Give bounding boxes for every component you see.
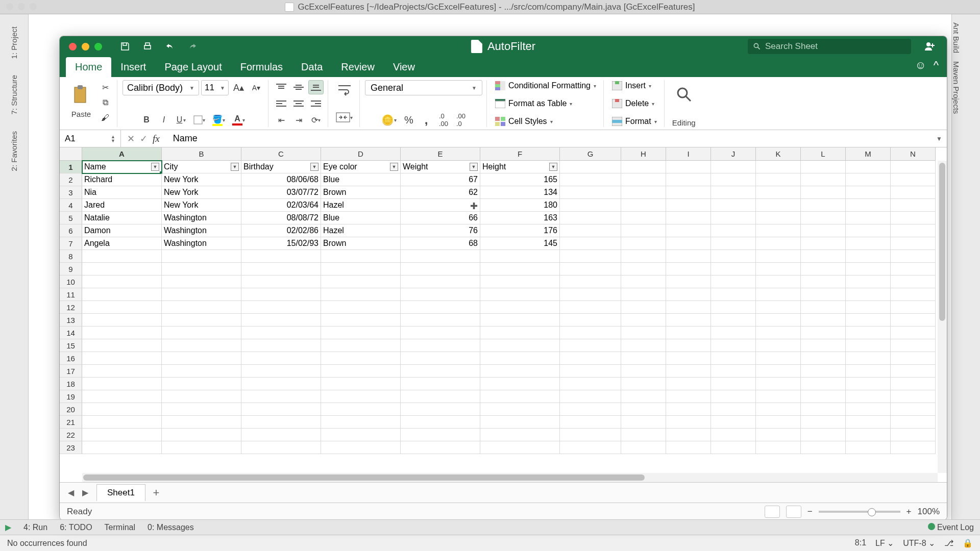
zoom-out-icon[interactable]: −: [807, 507, 813, 517]
ide-tab-maven[interactable]: Maven Projects: [952, 61, 961, 114]
cell-styles-button[interactable]: Cell Styles▾: [492, 116, 556, 127]
tab-data[interactable]: Data: [292, 57, 332, 77]
cell-F21[interactable]: [480, 416, 560, 429]
cell-E17[interactable]: [401, 365, 480, 378]
row-header-14[interactable]: 14: [60, 327, 82, 339]
cell-A20[interactable]: [82, 403, 162, 416]
italic-button[interactable]: I: [156, 113, 172, 127]
cell-E9[interactable]: [401, 263, 480, 276]
cell-M9[interactable]: [846, 263, 891, 276]
cell-H22[interactable]: [621, 429, 666, 441]
cell-K5[interactable]: [756, 212, 801, 224]
cell-L7[interactable]: [801, 237, 846, 250]
cell-H5[interactable]: [621, 212, 666, 224]
zoom-slider[interactable]: [819, 511, 900, 513]
row-header-21[interactable]: 21: [60, 416, 82, 429]
cell-L22[interactable]: [801, 429, 846, 441]
cell-D18[interactable]: [321, 378, 401, 390]
cell-H17[interactable]: [621, 365, 666, 378]
cell-F6[interactable]: 176: [480, 224, 560, 237]
cell-M18[interactable]: [846, 378, 891, 390]
cell-B22[interactable]: [162, 429, 241, 441]
cell-N23[interactable]: [891, 441, 936, 454]
cell-A13[interactable]: [82, 314, 162, 327]
cell-K16[interactable]: [756, 352, 801, 365]
cell-J13[interactable]: [711, 314, 756, 327]
col-header-I[interactable]: I: [666, 147, 711, 161]
cell-I15[interactable]: [666, 339, 711, 352]
format-painter-icon[interactable]: 🖌: [97, 111, 113, 125]
cell-F11[interactable]: [480, 288, 560, 301]
increase-decimal-icon[interactable]: .0.00: [436, 113, 451, 127]
line-ending[interactable]: LF ⌄: [875, 538, 894, 548]
redo-icon[interactable]: [185, 39, 200, 54]
cell-B9[interactable]: [162, 263, 241, 276]
cell-M7[interactable]: [846, 237, 891, 250]
cell-E23[interactable]: [401, 441, 480, 454]
row-header-1[interactable]: 1: [60, 161, 82, 173]
cell-G14[interactable]: [560, 327, 621, 339]
cell-I19[interactable]: [666, 390, 711, 403]
format-cells-button[interactable]: Format▾: [609, 116, 660, 127]
lock-icon[interactable]: 🔒: [963, 538, 973, 548]
sheet-prev-icon[interactable]: ◀: [64, 486, 78, 500]
format-as-table-button[interactable]: Format as Table▾: [492, 98, 575, 109]
insert-cells-button[interactable]: Insert▾: [609, 80, 654, 91]
row-header-6[interactable]: 6: [60, 224, 82, 237]
cell-M2[interactable]: [846, 173, 891, 186]
row-header-7[interactable]: 7: [60, 237, 82, 250]
cell-C15[interactable]: [241, 339, 321, 352]
cell-K23[interactable]: [756, 441, 801, 454]
cell-J20[interactable]: [711, 403, 756, 416]
print-icon[interactable]: [140, 39, 155, 54]
cell-H23[interactable]: [621, 441, 666, 454]
fx-icon[interactable]: fx: [153, 133, 160, 144]
cell-E11[interactable]: [401, 288, 480, 301]
cell-N6[interactable]: [891, 224, 936, 237]
normal-view-icon[interactable]: [765, 506, 780, 518]
cell-G2[interactable]: [560, 173, 621, 186]
cell-D15[interactable]: [321, 339, 401, 352]
cell-D16[interactable]: [321, 352, 401, 365]
cell-F22[interactable]: [480, 429, 560, 441]
cell-G19[interactable]: [560, 390, 621, 403]
cell-L15[interactable]: [801, 339, 846, 352]
cell-K2[interactable]: [756, 173, 801, 186]
cell-M10[interactable]: [846, 276, 891, 288]
cell-C5[interactable]: 08/08/72: [241, 212, 321, 224]
cell-J11[interactable]: [711, 288, 756, 301]
align-right-icon[interactable]: [308, 96, 324, 111]
cell-N10[interactable]: [891, 276, 936, 288]
col-header-B[interactable]: B: [162, 147, 241, 161]
filter-button-city[interactable]: ▼: [231, 163, 239, 171]
cell-K10[interactable]: [756, 276, 801, 288]
cell-A10[interactable]: [82, 276, 162, 288]
cell-C23[interactable]: [241, 441, 321, 454]
align-center-icon[interactable]: [291, 96, 306, 111]
cell-L3[interactable]: [801, 186, 846, 199]
cell-B21[interactable]: [162, 416, 241, 429]
col-header-N[interactable]: N: [891, 147, 936, 161]
row-header-2[interactable]: 2: [60, 173, 82, 186]
cell-H8[interactable]: [621, 250, 666, 263]
cell-I3[interactable]: [666, 186, 711, 199]
cell-H6[interactable]: [621, 224, 666, 237]
col-header-J[interactable]: J: [711, 147, 756, 161]
cell-B14[interactable]: [162, 327, 241, 339]
ide-tab-terminal[interactable]: Terminal: [105, 523, 135, 532]
cell-C3[interactable]: 03/07/72: [241, 186, 321, 199]
cell-H4[interactable]: [621, 199, 666, 212]
cell-H9[interactable]: [621, 263, 666, 276]
cell-M16[interactable]: [846, 352, 891, 365]
cell-L9[interactable]: [801, 263, 846, 276]
cell-M3[interactable]: [846, 186, 891, 199]
cell-K20[interactable]: [756, 403, 801, 416]
smiley-icon[interactable]: ☺: [915, 59, 926, 72]
cell-L23[interactable]: [801, 441, 846, 454]
undo-icon[interactable]: [162, 39, 178, 54]
cell-F19[interactable]: [480, 390, 560, 403]
cell-A6[interactable]: Damon: [82, 224, 162, 237]
cell-M1[interactable]: [846, 161, 891, 173]
cell-F9[interactable]: [480, 263, 560, 276]
formula-input[interactable]: [169, 133, 932, 144]
